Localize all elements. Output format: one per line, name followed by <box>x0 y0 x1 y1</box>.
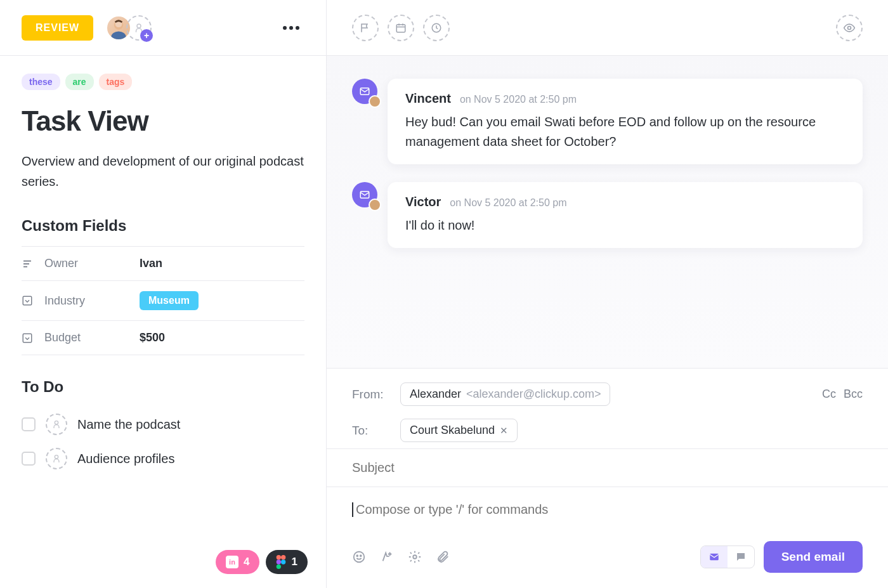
from-label: From: <box>352 388 389 402</box>
message-body: Hey bud! Can you email Swati before EOD … <box>405 112 845 152</box>
todo-label[interactable]: Name the podcast <box>77 417 180 432</box>
send-email-button[interactable]: Send email <box>764 541 863 573</box>
todo-checkbox[interactable] <box>22 452 36 466</box>
tag[interactable]: are <box>65 74 94 90</box>
bcc-button[interactable]: Bcc <box>844 388 863 401</box>
tag[interactable]: these <box>22 74 60 90</box>
subject-input[interactable] <box>352 461 863 475</box>
tag[interactable]: tags <box>99 74 133 90</box>
svg-point-21 <box>360 555 362 556</box>
message-time: on Nov 5 2020 at 2:50 pm <box>450 197 566 209</box>
activity-header <box>327 0 888 56</box>
message-body: I'll do it now! <box>405 216 845 235</box>
calendar-button[interactable] <box>388 15 414 41</box>
message-bubble[interactable]: Vincent on Nov 5 2020 at 2:50 pm Hey bud… <box>388 79 863 164</box>
dropdown-icon <box>22 295 36 306</box>
emoji-button[interactable] <box>352 550 366 564</box>
svg-point-19 <box>354 552 365 563</box>
add-assignee-button[interactable]: + <box>126 15 152 41</box>
author-avatar <box>369 199 381 211</box>
to-chip[interactable]: Court Skabelund ✕ <box>400 419 518 442</box>
author-avatar <box>369 95 381 108</box>
task-title[interactable]: Task View <box>22 105 304 137</box>
svg-point-20 <box>356 555 358 556</box>
svg-point-10 <box>55 455 58 459</box>
compose-panel: From: Alexander <alexander@clickup.com> … <box>327 368 888 588</box>
todo-item: Audience profiles <box>22 441 304 476</box>
svg-rect-11 <box>396 24 405 32</box>
todo-heading: To Do <box>22 378 304 396</box>
svg-point-25 <box>281 555 285 559</box>
svg-point-9 <box>55 421 58 424</box>
message-author: Victor <box>405 195 441 209</box>
task-panel: REVIEW + these are tags Task V <box>0 0 327 588</box>
svg-point-22 <box>413 555 417 559</box>
todo-assignee-add[interactable] <box>46 448 67 469</box>
invision-count: 4 <box>244 556 249 568</box>
comment-mode-button[interactable] <box>728 546 754 568</box>
from-name: Alexander <box>410 388 461 401</box>
svg-point-16 <box>848 26 851 29</box>
todo-item: Name the podcast <box>22 407 304 441</box>
figma-count: 1 <box>291 556 297 568</box>
cf-value: $500 <box>140 331 165 344</box>
svg-rect-7 <box>23 296 32 305</box>
dropdown-icon <box>22 332 36 344</box>
svg-point-28 <box>277 565 281 569</box>
custom-field-row[interactable]: Owner Ivan <box>22 246 304 280</box>
custom-field-row[interactable]: Industry Museum <box>22 280 304 320</box>
figma-icon <box>276 555 286 569</box>
svg-point-27 <box>281 559 285 564</box>
list-icon <box>22 258 36 270</box>
message-item: Vincent on Nov 5 2020 at 2:50 pm Hey bud… <box>352 79 863 164</box>
to-row: To: Court Skabelund ✕ <box>352 412 863 448</box>
task-header: REVIEW + <box>0 0 326 56</box>
cf-label: Budget <box>44 331 140 344</box>
custom-fields-list: Owner Ivan Industry Museum Budget $500 <box>22 246 304 355</box>
custom-field-row[interactable]: Budget $500 <box>22 320 304 355</box>
todo-assignee-add[interactable] <box>46 414 67 435</box>
message-time: on Nov 5 2020 at 2:50 pm <box>460 94 577 105</box>
svg-point-3 <box>137 24 141 28</box>
tag-list: these are tags <box>22 74 304 90</box>
cf-value-badge: Museum <box>140 291 199 310</box>
from-email: <alexander@clickup.com> <box>466 388 601 401</box>
remove-recipient-button[interactable]: ✕ <box>500 425 508 436</box>
more-menu-button[interactable] <box>278 21 304 35</box>
email-mode-button[interactable] <box>701 546 728 568</box>
compose-body-input[interactable] <box>352 502 863 517</box>
from-chip[interactable]: Alexander <alexander@clickup.com> <box>400 382 610 406</box>
time-button[interactable] <box>423 15 450 41</box>
settings-button[interactable] <box>408 550 422 564</box>
custom-fields-heading: Custom Fields <box>22 217 304 235</box>
svg-rect-8 <box>23 334 32 343</box>
plus-icon: + <box>140 29 153 42</box>
to-label: To: <box>352 424 389 438</box>
message-author: Vincent <box>405 91 451 106</box>
status-button[interactable]: REVIEW <box>22 15 93 41</box>
activity-panel: Vincent on Nov 5 2020 at 2:50 pm Hey bud… <box>327 0 888 588</box>
message-bubble[interactable]: Victor on Nov 5 2020 at 2:50 pm I'll do … <box>388 182 863 248</box>
flag-button[interactable] <box>352 15 379 41</box>
to-name: Court Skabelund <box>410 424 495 437</box>
invision-icon: in <box>226 556 238 568</box>
from-row: From: Alexander <alexander@clickup.com> … <box>352 376 863 412</box>
svg-point-26 <box>277 559 281 564</box>
task-description[interactable]: Overview and development of our original… <box>22 151 304 192</box>
todo-checkbox[interactable] <box>22 417 36 431</box>
svg-point-1 <box>111 31 126 39</box>
invision-pill[interactable]: in 4 <box>216 550 259 574</box>
figma-pill[interactable]: 1 <box>266 550 307 574</box>
todo-label[interactable]: Audience profiles <box>77 452 174 466</box>
attachment-pills: in 4 1 <box>216 550 308 574</box>
watch-button[interactable] <box>836 15 863 41</box>
message-item: Victor on Nov 5 2020 at 2:50 pm I'll do … <box>352 182 863 248</box>
ai-button[interactable] <box>380 550 394 564</box>
cf-label: Industry <box>44 294 140 308</box>
svg-rect-23 <box>710 554 719 561</box>
mode-toggle <box>700 546 755 568</box>
svg-point-24 <box>277 555 281 559</box>
message-list: Vincent on Nov 5 2020 at 2:50 pm Hey bud… <box>327 56 888 368</box>
cc-button[interactable]: Cc <box>822 388 836 401</box>
attachment-button[interactable] <box>436 550 450 564</box>
